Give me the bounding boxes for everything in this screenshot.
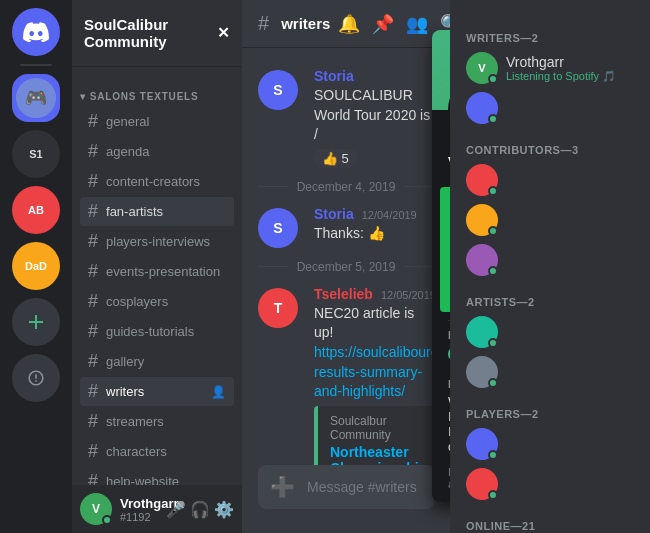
hash-icon: # [88, 141, 98, 162]
message-avatar: S [258, 70, 298, 110]
current-user-avatar[interactable]: V [80, 493, 112, 525]
channel-label: gallery [106, 354, 144, 369]
server-icon-dad-label: DaD [25, 260, 47, 272]
category-name: SALONS TEXTUELS [90, 91, 199, 102]
message-group: T Tselelieb 12/05/2019 NEC20 article is … [242, 282, 450, 465]
member-category-writers: WRITERS—2 [458, 16, 642, 48]
message-content: Tselelieb 12/05/2019 NEC20 article is up… [314, 286, 434, 465]
member-item-p1[interactable] [458, 424, 642, 464]
category-textuels[interactable]: ▾ SALONS TEXTUELS [72, 75, 242, 106]
member-avatar [466, 204, 498, 236]
message-username: Storia [314, 206, 354, 222]
category-expand-icon: ▾ [80, 91, 86, 102]
popup-username: Vrothgarr [448, 154, 450, 174]
message-reaction[interactable]: 👍 5 [314, 149, 357, 168]
channel-item-content-creators[interactable]: # content-creators [80, 167, 234, 196]
discord-home-button[interactable] [12, 8, 60, 56]
member-avatar [466, 356, 498, 388]
server-name-header[interactable]: SoulCalibur Community ✕ [72, 0, 242, 67]
member-status [488, 74, 498, 84]
server-icon-dad[interactable]: DaD [12, 242, 60, 290]
chat-header: # writers 🔔 📌 👥 🔍 📥 ❓ [242, 0, 450, 48]
hash-icon: # [88, 291, 98, 312]
settings-button[interactable]: ⚙️ [214, 500, 234, 519]
plus-icon[interactable]: ➕ [270, 475, 295, 499]
chat-input-field[interactable] [307, 479, 450, 495]
hash-icon: # [88, 471, 98, 485]
user-controls: 🎤 🎧 ⚙️ [166, 500, 234, 519]
add-server-button[interactable] [12, 298, 60, 346]
message-username: Tselelieb [314, 286, 373, 302]
member-item-vrothgarr[interactable]: V Vrothgarr Listening to Spotify 🎵 [458, 48, 642, 88]
member-item-a1[interactable] [458, 312, 642, 352]
popup-banner: 🎮 [432, 30, 450, 110]
channel-item-general[interactable]: # general [80, 107, 234, 136]
popup-note-value: Writer/Journalist. Interviews/Profiles/C… [448, 394, 450, 454]
channel-label: cosplayers [106, 294, 168, 309]
hash-icon: # [88, 381, 98, 402]
deafen-button[interactable]: 🎧 [190, 500, 210, 519]
mute-button[interactable]: 🎤 [166, 500, 186, 519]
message-header: Storia 12/04/2019 [314, 206, 434, 222]
profile-popup: 🎮 Vrothgarr #1192 LISTENING TO SPOTIFY M… [432, 30, 450, 502]
popup-username-area: Vrothgarr #1192 [432, 110, 450, 187]
member-status [488, 490, 498, 500]
channel-item-help-website[interactable]: # help-website [80, 467, 234, 485]
popup-role-section: ROLE Writers [432, 321, 450, 370]
server-icon-ab[interactable]: AB [12, 186, 60, 234]
user-status-indicator [102, 515, 112, 525]
channel-item-streamers[interactable]: # streamers [80, 407, 234, 436]
member-item-p2[interactable] [458, 464, 642, 504]
server-icon-label: S1 [29, 148, 42, 160]
date-divider: December 5, 2019 [258, 260, 434, 274]
message-link-url[interactable]: https://soulcalibourcommunity.com/no-res… [314, 344, 450, 399]
message-text: NEC20 article is up! [314, 304, 434, 343]
channel-item-gallery[interactable]: # gallery [80, 347, 234, 376]
date-divider: December 4, 2019 [258, 180, 434, 194]
channel-sidebar: SoulCalibur Community ✕ ▾ SALONS TEXTUEL… [72, 0, 242, 533]
channel-item-cosplayers[interactable]: # cosplayers [80, 287, 234, 316]
chat-messages: S Storia SOULCALIBUR World Tour 2020 is … [242, 48, 450, 465]
member-item-c3[interactable] [458, 240, 642, 280]
server-name: SoulCalibur Community [84, 16, 217, 50]
server-icon-s1[interactable]: 🎮 [12, 74, 60, 122]
embed-title: Northeaster Championships 20 Results Sum… [330, 444, 422, 465]
member-avatar [466, 164, 498, 196]
members-sidebar: WRITERS—2 V Vrothgarr Listening to Spoti… [450, 0, 650, 533]
message-avatar: T [258, 288, 298, 328]
explore-button[interactable] [12, 354, 60, 402]
channel-item-fan-artists[interactable]: # fan-artists [80, 197, 234, 226]
hash-icon: # [88, 201, 98, 222]
channel-item-players-interviews[interactable]: # players-interviews [80, 227, 234, 256]
member-item-a2[interactable] [458, 352, 642, 392]
current-user-name: Vrothgarr [120, 496, 158, 511]
current-user-info: Vrothgarr #1192 [120, 496, 158, 523]
notification-icon: 👤 [211, 385, 226, 399]
date-text: December 4, 2019 [297, 180, 396, 194]
popup-note-title: NOTE [448, 378, 450, 390]
bell-icon[interactable]: 🔔 [338, 13, 360, 35]
member-avatar [466, 244, 498, 276]
channel-item-writers[interactable]: # writers 👤 [80, 377, 234, 406]
channel-item-agenda[interactable]: # agenda [80, 137, 234, 166]
message-text: SOULCALIBUR World Tour 2020 is / [314, 86, 434, 145]
chat-channel-name: writers [281, 15, 330, 32]
channel-item-guides-tutorials[interactable]: # guides-tutorials [80, 317, 234, 346]
pin-icon[interactable]: 📌 [372, 13, 394, 35]
message-group: S Storia SOULCALIBUR World Tour 2020 is … [242, 64, 450, 172]
member-avatar [466, 428, 498, 460]
channel-item-characters[interactable]: # characters [80, 437, 234, 466]
chat-input-area: ➕ 🎁 GIF 😊 [242, 465, 450, 533]
popup-role-title: ROLE [448, 329, 450, 341]
members-icon[interactable]: 👥 [406, 13, 428, 35]
hash-icon: # [88, 261, 98, 282]
server-icon-s2[interactable]: S1 [12, 130, 60, 178]
channel-item-events-presentation[interactable]: # events-presentation [80, 257, 234, 286]
expand-icon: ✕ [217, 24, 230, 42]
member-item-2[interactable] [458, 88, 642, 128]
member-avatar: V [466, 52, 498, 84]
member-item-c2[interactable] [458, 200, 642, 240]
channel-label: writers [106, 384, 144, 399]
channel-label: content-creators [106, 174, 200, 189]
member-item-c1[interactable] [458, 160, 642, 200]
